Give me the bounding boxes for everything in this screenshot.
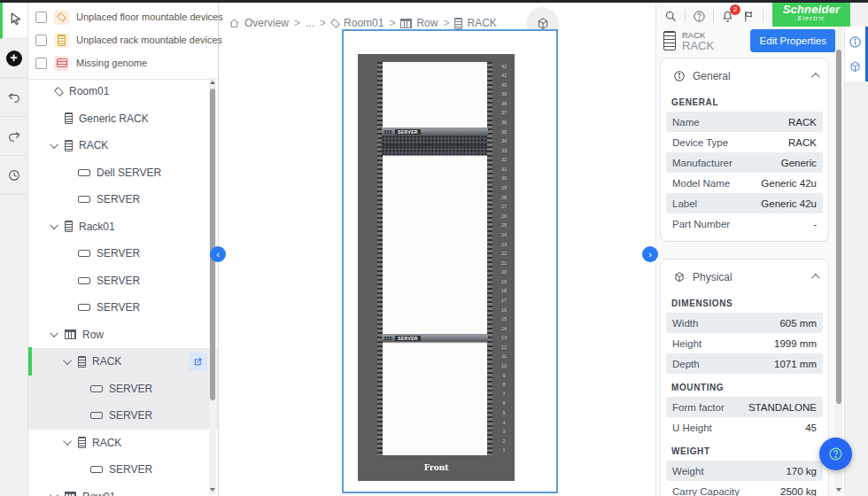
tree-item-row[interactable]: Row xyxy=(28,322,218,349)
chevron-down-icon[interactable] xyxy=(50,140,58,149)
properties-scrollbar[interactable] xyxy=(835,27,842,494)
tree-item-server[interactable]: SERVER xyxy=(28,267,218,295)
breadcrumb-item[interactable]: RACK xyxy=(454,17,496,29)
tree-item-dell-server[interactable]: Dell SERVER xyxy=(28,159,218,187)
assistant-floating-button[interactable] xyxy=(819,438,852,470)
server-icon xyxy=(78,304,90,311)
expand-right-panel-button[interactable]: › xyxy=(642,246,658,262)
icon-divider xyxy=(685,10,686,22)
rack-device-server[interactable]: SERVER xyxy=(382,128,488,155)
device-perforated-face xyxy=(382,136,488,155)
tree-item-server[interactable]: SERVER xyxy=(28,376,218,403)
rack-front-label: Front xyxy=(358,463,515,472)
undo-button[interactable] xyxy=(0,78,27,117)
property-value: 1999 mm xyxy=(774,338,817,349)
tree-item-server[interactable]: SERVER xyxy=(28,456,218,484)
tree-item-label: Room01 xyxy=(69,85,109,97)
rack-selection-box[interactable]: SERVERSERVER 424140393837363534333231302… xyxy=(342,29,558,493)
tool-rail: + xyxy=(0,0,28,496)
rack-front-view[interactable]: SERVERSERVER 424140393837363534333231302… xyxy=(358,54,515,481)
breadcrumb-item[interactable]: Room01 xyxy=(331,17,384,29)
breadcrumb-item[interactable]: Overview xyxy=(229,17,289,29)
u-position-number: 31 xyxy=(496,165,512,174)
property-row: NameRACK xyxy=(666,112,823,132)
u-position-number: 39 xyxy=(496,90,512,100)
legend-checkbox[interactable] xyxy=(35,12,47,23)
tree-item-label: SERVER xyxy=(109,409,152,422)
section-header[interactable]: Physical xyxy=(661,260,828,290)
rack-device-server[interactable]: SERVER xyxy=(382,334,488,343)
breadcrumb-item[interactable]: ... xyxy=(306,17,314,29)
tree-item-server[interactable]: SERVER xyxy=(28,186,218,213)
icon-divider xyxy=(713,10,714,22)
properties-scrollbar-thumb[interactable] xyxy=(836,50,841,404)
property-row: Weight170 kg xyxy=(666,461,823,481)
history-button[interactable] xyxy=(0,156,27,195)
property-value: 605 mm xyxy=(779,318,817,329)
open-external-button[interactable] xyxy=(189,353,207,371)
server-icon xyxy=(90,412,103,419)
u-position-number: 40 xyxy=(496,81,512,90)
property-label: Name xyxy=(672,117,700,128)
u-position-number: 13 xyxy=(496,334,512,344)
collapse-left-panel-button[interactable]: ‹ xyxy=(210,246,226,262)
tree-item-rack[interactable]: RACK xyxy=(28,348,218,376)
selected-device-header: RACK RACK Edit Properties xyxy=(663,29,836,52)
notifications-bell-icon[interactable]: 2 xyxy=(720,9,735,24)
u-position-number: 32 xyxy=(496,156,512,166)
tree-item-rack01[interactable]: Rack01 xyxy=(28,213,218,241)
rack-icon xyxy=(65,140,73,151)
collapse-section-chevron-icon[interactable] xyxy=(811,274,820,283)
tree-scrollbar-thumb[interactable] xyxy=(210,89,215,400)
legend-item: Unplaced rack mountable devices xyxy=(28,28,218,51)
tree-item-row01[interactable]: Row01 xyxy=(28,484,218,496)
u-position-number: 10 xyxy=(496,362,512,372)
section-header[interactable]: General xyxy=(661,58,828,89)
physical-section-shortcut-cube-icon[interactable] xyxy=(848,59,863,74)
properties-panel: 2 ⚙ RACK RACK Edit Properties GeneralGEN… xyxy=(655,0,843,496)
legend-checkbox[interactable] xyxy=(35,35,47,46)
window-top-edge xyxy=(0,0,868,3)
u-position-number: 29 xyxy=(496,184,512,194)
legend-checkbox[interactable] xyxy=(35,58,47,69)
rack-mount-area[interactable]: SERVERSERVER xyxy=(377,62,492,455)
chevron-down-icon[interactable] xyxy=(63,437,72,446)
section-shortcut-rail xyxy=(845,27,868,81)
search-icon[interactable] xyxy=(663,9,678,24)
redo-button[interactable] xyxy=(0,117,27,156)
select-tool-button[interactable] xyxy=(0,0,27,39)
tree-scrollbar[interactable] xyxy=(209,78,216,494)
tree-item-rack[interactable]: RACK xyxy=(28,132,218,159)
tree-item-room01[interactable]: Room01 xyxy=(28,78,218,105)
property-value: 2500 kg xyxy=(780,486,817,496)
device-led-cluster xyxy=(384,337,392,340)
rack-icon xyxy=(58,35,66,46)
scroll-down-arrow-icon[interactable] xyxy=(210,488,215,492)
schneider-electric-logo[interactable]: Schneider Electric xyxy=(772,0,850,27)
add-device-button[interactable]: + xyxy=(0,39,27,78)
tree-item-server[interactable]: SERVER xyxy=(28,294,218,322)
scroll-down-arrow-icon[interactable] xyxy=(836,488,841,492)
chevron-down-icon[interactable] xyxy=(63,356,72,365)
feedback-flag-icon[interactable] xyxy=(741,9,756,24)
tree-item-generic-rack[interactable]: Generic RACK xyxy=(28,105,218,133)
general-section-shortcut-info-icon[interactable] xyxy=(848,35,863,50)
tree-item-server[interactable]: SERVER xyxy=(28,402,218,430)
scroll-up-arrow-icon[interactable] xyxy=(210,81,215,84)
help-icon[interactable] xyxy=(692,9,707,24)
section-card-physical: PhysicalDIMENSIONSWidth605 mmHeight1999 … xyxy=(660,259,829,496)
server-icon xyxy=(78,250,90,257)
tree-item-rack[interactable]: RACK xyxy=(28,430,218,457)
chevron-down-icon[interactable] xyxy=(50,221,58,229)
tree-item-server[interactable]: SERVER xyxy=(28,240,218,267)
u-position-number: 12 xyxy=(496,343,512,353)
u-position-number: 2 xyxy=(496,437,512,446)
collapse-section-chevron-icon[interactable] xyxy=(811,73,820,81)
breadcrumb-item[interactable]: Row xyxy=(400,17,438,29)
floor-canvas[interactable]: Overview>...>Room01>Row>RACK SERVERSERVE… xyxy=(220,0,655,496)
edit-properties-button[interactable]: Edit Properties xyxy=(750,29,836,52)
device-led-cluster xyxy=(384,130,392,134)
chevron-down-icon[interactable] xyxy=(50,329,58,337)
property-label: U Height xyxy=(672,422,712,433)
chevron-down-icon[interactable] xyxy=(50,491,58,496)
